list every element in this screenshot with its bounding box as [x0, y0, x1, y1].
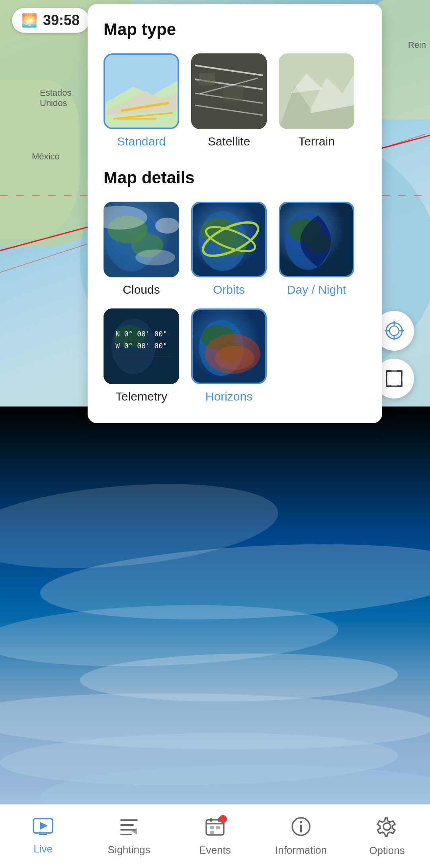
sightings-svg-icon [119, 817, 139, 836]
svg-point-44 [215, 346, 254, 370]
nav-label-events: Events [199, 844, 231, 856]
svg-rect-51 [387, 371, 402, 386]
svg-text:W 0° 00' 00": W 0° 00' 00" [115, 342, 167, 350]
map-detail-clouds-label: Clouds [123, 283, 160, 297]
svg-point-22 [155, 218, 179, 234]
nav-label-sightings: Sightings [108, 844, 150, 856]
map-detail-orbits-label: Orbits [213, 283, 245, 297]
map-detail-orbits[interactable]: Orbits [191, 202, 267, 297]
map-detail-horizons[interactable]: Horizons [191, 308, 267, 403]
map-type-standard-thumb [104, 53, 179, 129]
gear-icon [377, 816, 397, 837]
svg-point-70 [383, 823, 391, 830]
map-detail-telemetry-thumb: N 0° 00' 00" W 0° 00' 00" [104, 308, 179, 384]
nav-item-events[interactable]: Events [179, 817, 251, 856]
map-detail-telemetry-label: Telemetry [115, 390, 167, 403]
map-type-title: Map type [104, 20, 366, 39]
map-type-terrain-thumb [279, 53, 354, 129]
map-type-satellite-label: Satellite [208, 135, 250, 148]
map-type-terrain-label: Terrain [298, 135, 335, 148]
map-label-estados: EstadosUnidos [40, 88, 72, 108]
svg-rect-10 [199, 73, 215, 85]
svg-point-69 [300, 821, 302, 823]
nav-label-options: Options [369, 844, 405, 857]
nav-item-live[interactable]: Live [7, 818, 79, 855]
bottom-navigation: Live Sightings [0, 804, 430, 868]
svg-rect-65 [216, 826, 220, 829]
nav-label-live: Live [33, 843, 53, 855]
svg-marker-53 [40, 822, 48, 830]
countdown-timer: 39:58 [43, 12, 80, 29]
nav-item-sightings[interactable]: Sightings [93, 817, 165, 856]
map-detail-daynight-thumb [279, 202, 354, 277]
map-details-title: Map details [104, 168, 366, 187]
nav-label-information: Information [275, 844, 327, 856]
map-detail-daynight-label: Day / Night [287, 283, 346, 297]
expand-icon [384, 369, 404, 389]
map-type-grid: Standard Satellite [104, 53, 366, 148]
map-type-satellite-thumb [191, 53, 267, 129]
events-icon [205, 817, 225, 841]
map-detail-clouds[interactable]: Clouds [104, 202, 179, 297]
live-icon [33, 818, 53, 840]
svg-text:N 0° 00' 00": N 0° 00' 00" [115, 330, 167, 338]
map-type-terrain[interactable]: Terrain [279, 53, 354, 148]
map-detail-orbits-thumb [191, 202, 267, 277]
map-label-mexico: México [32, 151, 60, 162]
status-bar: 🌅 39:58 [12, 8, 89, 33]
map-type-standard-label: Standard [117, 135, 166, 148]
map-type-satellite[interactable]: Satellite [191, 53, 267, 148]
nav-item-information[interactable]: Information [265, 817, 337, 856]
map-detail-clouds-thumb [104, 202, 179, 277]
sightings-icon [119, 817, 139, 841]
map-detail-horizons-thumb [191, 308, 267, 384]
map-type-standard[interactable]: Standard [104, 53, 179, 148]
map-detail-horizons-label: Horizons [205, 390, 252, 403]
tv-icon [33, 818, 53, 835]
nav-item-options[interactable]: Options [351, 816, 423, 857]
crosshair-icon [384, 320, 405, 341]
svg-point-46 [389, 326, 399, 336]
info-icon [291, 817, 311, 837]
map-type-panel: Map type Standard [88, 4, 382, 423]
svg-point-21 [135, 249, 175, 265]
svg-rect-11 [223, 85, 243, 101]
map-detail-grid: Clouds [104, 202, 366, 403]
map-label-rein: Rein [408, 40, 426, 50]
options-icon [377, 816, 397, 841]
space-view [0, 407, 430, 832]
sunrise-icon: 🌅 [22, 13, 37, 28]
map-detail-daynight[interactable]: Day / Night [279, 202, 354, 297]
events-badge [219, 815, 227, 823]
svg-rect-64 [210, 826, 214, 829]
svg-rect-66 [210, 831, 214, 834]
information-icon [291, 817, 311, 841]
map-detail-telemetry[interactable]: N 0° 00' 00" W 0° 00' 00" Telemetry [104, 308, 179, 403]
